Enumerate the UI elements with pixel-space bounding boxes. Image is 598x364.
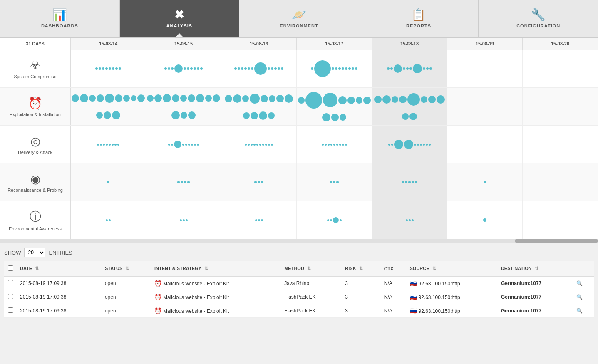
delivery-attack-icon: ◎ xyxy=(30,134,40,148)
nav-item-configuration[interactable]: 🔧 CONFIGURATION xyxy=(479,0,598,37)
bubble xyxy=(423,67,425,70)
day-col-0-5 xyxy=(447,50,523,87)
bubble xyxy=(355,67,357,70)
row-source: 🇷🇺92.63.100.150:http xyxy=(407,276,498,290)
bubble xyxy=(352,67,354,70)
bubble xyxy=(428,96,436,103)
bubble xyxy=(188,111,196,119)
row-destination: Germanium:1077 xyxy=(498,276,573,290)
bubble xyxy=(171,67,174,70)
analysis-icon: ✖ xyxy=(174,9,184,21)
row-checkbox[interactable] xyxy=(8,307,13,313)
bubble xyxy=(363,97,371,104)
bubble xyxy=(415,181,417,183)
bubble xyxy=(394,64,402,73)
bubble xyxy=(107,181,109,183)
bubble xyxy=(412,181,414,183)
bubble xyxy=(196,94,204,102)
table-row: 2015-08-19 17:09:38 open ⏰Malicious webs… xyxy=(4,290,594,304)
bubble xyxy=(406,67,409,70)
bubble xyxy=(402,113,409,120)
row-checkbox-cell[interactable] xyxy=(4,304,17,318)
day-header-4: 15-08-18 xyxy=(372,38,447,50)
nav-label-reports: REPORTS xyxy=(406,23,431,28)
nav-label-dashboards: DASHBOARDS xyxy=(41,23,78,28)
bubble xyxy=(420,144,422,146)
col-source[interactable]: SOURCE ⇅ xyxy=(407,261,498,276)
day-col-1-2 xyxy=(221,88,297,125)
row-label-reconnaissance: ◉Reconnaissance & Probing xyxy=(0,163,71,201)
day-col-4-4 xyxy=(372,201,447,239)
bubble xyxy=(183,219,185,221)
row-checkbox[interactable] xyxy=(8,280,13,285)
bubble xyxy=(311,67,313,70)
bubble xyxy=(322,113,330,121)
bubble xyxy=(259,111,267,120)
bubble xyxy=(403,67,405,70)
bubble xyxy=(336,144,338,146)
bubble xyxy=(261,95,268,102)
bubble xyxy=(174,64,183,73)
row-checkbox[interactable] xyxy=(8,294,13,299)
bubble xyxy=(382,95,391,104)
bubble xyxy=(340,219,342,221)
row-date: 2015-08-19 17:09:38 xyxy=(17,304,102,318)
col-risk[interactable]: RISK ⇅ xyxy=(342,261,380,276)
row-risk: 3 xyxy=(342,290,380,304)
row-intent: ⏰Malicious website - Exploit Kit xyxy=(151,304,281,318)
day-col-0-4 xyxy=(372,50,447,87)
bubble xyxy=(409,113,417,120)
bubble xyxy=(97,94,104,102)
bubble xyxy=(177,181,180,183)
nav-item-analysis[interactable]: ✖ ANALYSIS xyxy=(120,0,240,37)
row-canvas-environmental-awareness xyxy=(71,201,598,239)
row-checkbox-cell[interactable] xyxy=(4,290,17,304)
select-all-checkbox[interactable] xyxy=(8,265,13,271)
bubble xyxy=(394,140,403,149)
configuration-icon: 🔧 xyxy=(531,9,546,21)
chart-scroll-thumb[interactable] xyxy=(515,239,598,243)
bubble xyxy=(406,219,408,221)
table-row: 2015-08-19 17:09:38 open ⏰Malicious webs… xyxy=(4,304,594,318)
bubble xyxy=(233,94,241,103)
bubble xyxy=(390,67,393,70)
nav-bar: 📊 DASHBOARDS ✖ ANALYSIS 🪐 ENVIRONMENT 📋 … xyxy=(0,0,598,38)
bubble xyxy=(333,144,335,146)
row-action[interactable]: 🔍 xyxy=(573,290,594,304)
row-action[interactable]: 🔍 xyxy=(573,304,594,318)
day-header-0: 15-08-14 xyxy=(71,38,146,50)
bubble xyxy=(104,111,111,119)
bubble xyxy=(483,218,486,222)
bubble xyxy=(205,95,212,102)
bubble xyxy=(168,67,170,70)
bubble xyxy=(429,67,432,70)
bubble xyxy=(314,60,331,77)
delivery-attack-label: Delivery & Attack xyxy=(18,150,52,155)
bubble xyxy=(114,144,117,146)
row-destination: Germanium:1077 xyxy=(498,304,573,318)
day-col-2-3 xyxy=(297,126,372,163)
bubble xyxy=(253,144,256,146)
bubble xyxy=(342,67,344,70)
bubble xyxy=(339,144,341,146)
entries-select[interactable]: 20 50 100 xyxy=(24,248,45,257)
col-date[interactable]: DATE ⇅ xyxy=(17,261,102,276)
day-col-0-6 xyxy=(523,50,598,87)
nav-item-dashboards[interactable]: 📊 DASHBOARDS xyxy=(0,0,120,37)
bubble xyxy=(250,94,260,104)
bubble xyxy=(255,219,257,221)
nav-item-reports[interactable]: 📋 REPORTS xyxy=(359,0,479,37)
bubble xyxy=(328,144,330,146)
col-status[interactable]: STATUS ⇅ xyxy=(102,261,151,276)
row-action[interactable]: 🔍 xyxy=(573,276,594,290)
bubble xyxy=(242,95,249,102)
col-destination[interactable]: DESTINATION ⇅ xyxy=(498,261,573,276)
bubble xyxy=(154,94,162,102)
nav-item-environment[interactable]: 🪐 ENVIRONMENT xyxy=(239,0,359,37)
row-checkbox-cell[interactable] xyxy=(4,276,17,290)
bubble xyxy=(338,67,341,70)
col-method[interactable]: METHOD ⇅ xyxy=(281,261,342,276)
bubble xyxy=(330,219,332,221)
environment-icon: 🪐 xyxy=(292,9,307,21)
chart-scrollbar[interactable] xyxy=(0,239,598,243)
